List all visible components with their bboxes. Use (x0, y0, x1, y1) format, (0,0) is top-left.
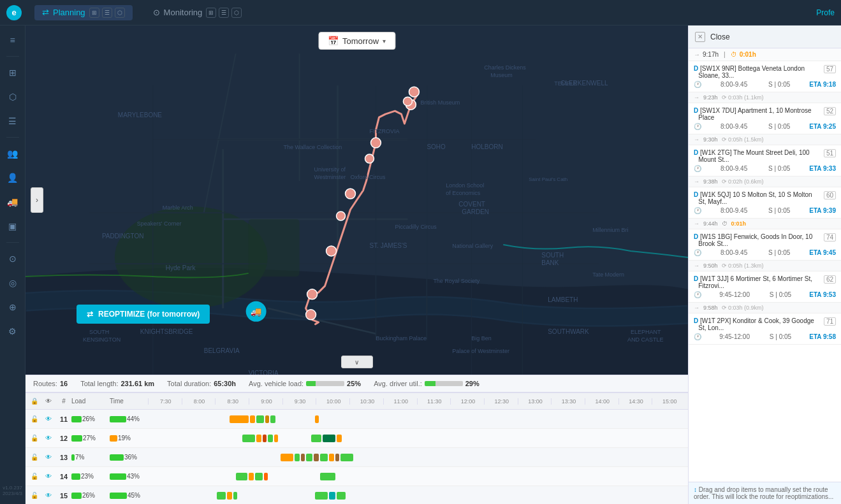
eye-toggle[interactable]: 👁 (41, 492, 56, 499)
route-timeline (148, 415, 685, 423)
svg-point-24 (337, 212, 346, 220)
stop-separator: → 9:58h ⟳ 0:03h (0.9km) (689, 303, 841, 313)
time-13-00: 13:00 (518, 398, 552, 405)
col-hash-header: # (56, 398, 71, 405)
eye-toggle[interactable]: 👁 (41, 454, 56, 461)
sep-dist: ⟳ 0:05h (1.3km) (722, 263, 764, 269)
sidebar-menu-icon[interactable]: ≡ (3, 31, 22, 50)
stop-clock-icon: 🕐 (694, 249, 701, 256)
drag-hint-text: Drag and drop items to manually set the … (694, 486, 833, 500)
svg-text:Marble Arch: Marble Arch (163, 205, 193, 211)
dropdown-arrow-icon: ▾ (383, 38, 386, 45)
eye-toggle[interactable]: 👁 (41, 473, 56, 480)
stop-item-header: D [W1T 2PX] Konditor & Cook, 39 Goodge S… (694, 317, 836, 331)
summary-arrow: → (694, 51, 700, 58)
svg-text:TEMPLE: TEMPLE (554, 80, 577, 87)
sidebar-person-icon[interactable]: 👤 (3, 168, 22, 187)
reoptimize-icon: ⇄ (87, 310, 93, 319)
sidebar-sep-3 (6, 242, 19, 243)
svg-point-22 (365, 154, 374, 163)
stop-clock-icon: 🕐 (694, 123, 701, 130)
tab-planning[interactable]: ⇄ Planning ⊞ ☰ ⬡ (34, 5, 133, 20)
sidebar-globe-icon[interactable]: ⊕ (3, 298, 22, 317)
stop-window: 8:00-9.45 (720, 123, 747, 130)
svg-text:MARYLEBONE: MARYLEBONE (118, 112, 163, 119)
stop-item-header: D [SW1X 9NR] Bottega Veneta London Sloan… (694, 65, 836, 79)
monitoring-icon: ⊙ (153, 8, 160, 17)
sidebar-list-icon[interactable]: ☰ (3, 112, 22, 131)
lock-icon[interactable]: 🔓 (28, 415, 41, 422)
collapse-button[interactable]: › (31, 187, 43, 213)
stop-service: S | 0:05 (768, 291, 791, 298)
stop-eta: ETA 9:58 (809, 333, 836, 340)
stop-item-header: D [W1K 5QJ] 10 S Molton St, 10 S Molton … (694, 191, 836, 205)
lock-icon[interactable]: 🔓 (28, 492, 41, 499)
tomorrow-button[interactable]: 📅 Tomorrow ▾ (318, 32, 395, 50)
sidebar-settings-icon[interactable]: ⚙ (3, 322, 22, 341)
lock-icon[interactable]: 🔓 (28, 454, 41, 461)
profile-button[interactable]: Profe (816, 8, 835, 17)
stop-item-header: D [W1S 1BG] Fenwick, Goods In Door, 10 B… (694, 233, 836, 247)
eye-toggle[interactable]: 👁 (41, 435, 56, 442)
map-area[interactable]: 🚚 MARYLEBONE PADDINGTON Hyde Park Marble… (26, 25, 688, 375)
route-id: 13 (56, 454, 71, 461)
stop-item-header: D [SW1X 7DU] Apartment 1, 10 Montrose Pl… (694, 107, 836, 121)
col-lock-header: 🔒 (28, 398, 41, 405)
svg-point-21 (370, 138, 381, 148)
reoptimize-button[interactable]: ⇄ REOPTIMIZE (for tomorrow) (77, 305, 210, 324)
stop-service: S | 0:05 (766, 123, 790, 130)
routes-value: 16 (60, 380, 68, 387)
sep-time: 9:38h (703, 178, 718, 185)
sep-time: 9:50h (703, 263, 718, 269)
sidebar-layers-icon[interactable]: ⬡ (3, 87, 22, 106)
tab-monitoring[interactable]: ⊙ Monitoring ⊞ ☰ ⬡ (145, 5, 250, 20)
sidebar-map-icon[interactable]: ⊞ (3, 63, 22, 82)
sidebar-box-icon[interactable]: ▣ (3, 217, 22, 236)
lock-icon[interactable]: 🔓 (28, 435, 41, 442)
route-load: 27% (71, 435, 110, 442)
map-header: 📅 Tomorrow ▾ (318, 32, 395, 50)
stop-clock-icon: 🕐 (694, 333, 701, 340)
version-label: v1.0.237 (3, 485, 22, 491)
stop-eta: ETA 9:45 (809, 249, 836, 256)
sidebar-user-bottom-icon[interactable]: ◎ (3, 273, 22, 292)
sidebar-truck-icon[interactable]: 🚚 (3, 192, 22, 212)
stop-eta: ETA 9:25 (809, 123, 836, 130)
avg-load-pct: 25% (347, 380, 361, 387)
stop-time-row: 🕐 8:00-9.45 S | 0:05 ETA 9:25 (694, 123, 836, 130)
left-sidebar: ≡ ⊞ ⬡ ☰ 👥 👤 🚚 ▣ ⊙ ◎ ⊕ ⚙ v1.0.237 2023/4/… (0, 25, 26, 504)
table-row: 🔓 👁 14 23% 43% (26, 467, 688, 486)
close-button[interactable]: ✕ (695, 32, 705, 42)
stop-time-row: 🕐 8:00-9.45 S | 0:05 ETA 9:33 (694, 165, 836, 172)
time-12-30: 12:30 (484, 398, 518, 405)
route-id: 11 (56, 415, 71, 423)
app-logo[interactable]: e (6, 5, 22, 20)
stop-eta: ETA 9:53 (809, 291, 836, 298)
route-load: 26% (71, 415, 110, 422)
routes-label: Routes: (33, 380, 57, 387)
stop-service: S | 0:05 (766, 165, 790, 172)
stat-avg-driver: Avg. driver util.: 29% (374, 380, 479, 387)
svg-text:Westminster: Westminster (314, 174, 346, 180)
stop-code: D (694, 233, 698, 240)
stop-item: D [W1K 2TG] The Mount Street Deli, 100 M… (689, 145, 841, 176)
map-down-arrow[interactable]: ∨ (341, 356, 373, 368)
delay-icon: ⏱ (731, 51, 737, 58)
svg-text:Palace of Westminster: Palace of Westminster (452, 348, 509, 354)
svg-point-26 (307, 289, 318, 299)
stop-code: D (694, 149, 698, 156)
svg-text:SOUTH: SOUTH (541, 252, 564, 259)
stop-number: 60 (824, 191, 836, 199)
sidebar-user-circle-icon[interactable]: ⊙ (3, 249, 22, 268)
lock-icon[interactable]: 🔓 (28, 473, 41, 480)
eye-toggle[interactable]: 👁 (41, 415, 56, 422)
col-load-header: Load (71, 398, 110, 405)
col-eye-header: 👁 (41, 398, 56, 405)
sidebar-users-icon[interactable]: 👥 (3, 144, 22, 163)
stop-item: D [W1T 2PX] Konditor & Cook, 39 Goodge S… (689, 313, 841, 345)
sidebar-sep-1 (6, 56, 19, 57)
svg-point-23 (346, 189, 356, 199)
time-10-00: 10:00 (316, 398, 349, 405)
avg-driver-pct: 29% (465, 380, 479, 387)
stop-number: 71 (824, 317, 836, 326)
